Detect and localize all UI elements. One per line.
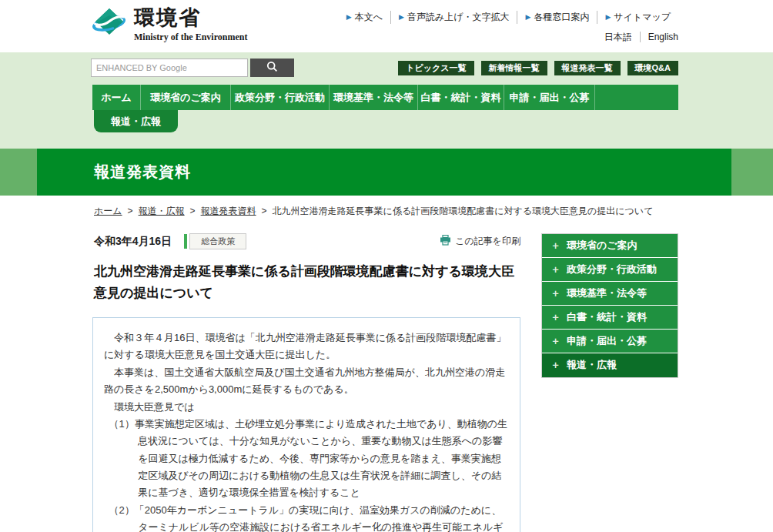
header-band: トピックス一覧 新着情報一覧 報道発表一覧 環境Q&A ホーム 環境省のご案内 …: [0, 52, 773, 149]
plus-icon: ＋: [550, 311, 561, 323]
arrow-right-icon: ▶: [525, 13, 530, 21]
utility-link-main-content[interactable]: ▶本文へ: [339, 11, 390, 24]
nav-tab-press-pr[interactable]: 報道・広報: [94, 110, 178, 132]
breadcrumb-link-home[interactable]: ホーム: [94, 206, 122, 216]
breadcrumb: ホーム>報道・広報>報道発表資料>北九州空港滑走路延長事業に係る計画段階環境配慮…: [0, 196, 773, 218]
sidebar-menu: ＋環境省のご案内 ＋政策分野・行政活動 ＋環境基準・法令等 ＋白書・統計・資料 …: [541, 233, 678, 532]
sidebar-item-press-pr[interactable]: ＋報道・広報: [542, 353, 678, 377]
nav-item-standards-laws[interactable]: 環境基準・法令等: [330, 85, 418, 110]
page-banner: 報道発表資料: [0, 149, 773, 196]
button-env-qa[interactable]: 環境Q&A: [627, 61, 678, 75]
breadcrumb-separator: >: [128, 206, 133, 216]
breadcrumb-current: 北九州空港滑走路延長事業に係る計画段階環境配慮書に対する環境大臣意見の提出につい…: [273, 206, 654, 216]
main-nav: ホーム 環境省のご案内 政策分野・行政活動 環境基準・法令等 白書・統計・資料 …: [92, 85, 678, 110]
moe-logo-icon: [92, 6, 128, 42]
button-topics-list[interactable]: トピックス一覧: [398, 61, 474, 75]
site-header: 環境省 Ministry of the Environment ▶本文へ ▶音声…: [0, 0, 773, 52]
sidebar-item-applications[interactable]: ＋申請・届出・公募: [542, 330, 678, 353]
plus-icon: ＋: [550, 239, 561, 251]
body-list-item-1: （1）事業実施想定区域は、土砂埋立処分事業により造成された土地であり、動植物の生…: [104, 416, 509, 502]
button-press-release-list[interactable]: 報道発表一覧: [554, 61, 621, 75]
body-paragraph: 令和３年４月16日、環境省は「北九州空港滑走路延長事業に係る計画段階環境配慮書」…: [104, 330, 509, 364]
nav-item-whitepaper-stats[interactable]: 白書・統計・資料: [418, 85, 504, 110]
article: 令和3年4月16日 総合政策 この記事を印刷 北九州空港滑走路: [92, 233, 520, 532]
article-title: 北九州空港滑走路延長事業に係る計画段階環境配慮書に対する環境大臣意見の提出につい…: [92, 261, 520, 303]
plus-icon: ＋: [550, 335, 561, 346]
logo-title: 環境省: [134, 5, 247, 31]
sidebar-item-standards-laws[interactable]: ＋環境基準・法令等: [542, 282, 678, 306]
sidebar-item-about[interactable]: ＋環境省のご案内: [542, 234, 678, 258]
logo-subtitle: Ministry of the Environment: [134, 32, 247, 43]
site-logo[interactable]: 環境省 Ministry of the Environment: [92, 5, 247, 44]
page-title: 報道発表資料: [37, 149, 731, 196]
badge-accent-bar: [184, 234, 187, 249]
breadcrumb-separator: >: [190, 206, 196, 216]
sidebar-item-policy[interactable]: ＋政策分野・行政活動: [542, 258, 678, 282]
search-button[interactable]: [250, 59, 294, 77]
arrow-right-icon: ▶: [346, 13, 352, 21]
nav-filler: [595, 85, 678, 110]
arrow-right-icon: ▶: [399, 13, 404, 21]
nav-item-home[interactable]: ホーム: [92, 85, 141, 110]
language-link-english[interactable]: English: [641, 32, 678, 42]
body-paragraph: 環境大臣意見では: [104, 399, 509, 416]
print-article-link[interactable]: この記事を印刷: [440, 235, 520, 248]
category-label: 総合政策: [189, 233, 246, 249]
utility-nav: ▶本文へ ▶音声読み上げ・文字拡大 ▶各種窓口案内 ▶サイトマップ: [339, 11, 678, 24]
arrow-right-icon: ▶: [605, 13, 611, 21]
nav-item-about[interactable]: 環境省のご案内: [141, 85, 231, 110]
breadcrumb-link-press-release[interactable]: 報道発表資料: [201, 206, 256, 216]
body-list-item-2: （2）「2050年カーボンニュートラル」の実現に向け、温室効果ガスの削減のために…: [104, 502, 509, 532]
utility-link-accessibility[interactable]: ▶音声読み上げ・文字拡大: [390, 11, 517, 24]
print-label: この記事を印刷: [455, 235, 520, 248]
language-switcher: 日本語English: [339, 31, 678, 44]
article-date: 令和3年4月16日: [94, 235, 172, 249]
nav-item-policy[interactable]: 政策分野・行政活動: [231, 85, 330, 110]
button-new-info-list[interactable]: 新着情報一覧: [481, 61, 547, 75]
banner-left-accent: [0, 149, 37, 196]
article-body: 令和３年４月16日、環境省は「北九州空港滑走路延長事業に係る計画段階環境配慮書」…: [92, 317, 520, 532]
breadcrumb-separator: >: [262, 206, 267, 216]
nav-item-applications[interactable]: 申請・届出・公募: [504, 85, 595, 110]
language-link-japanese[interactable]: 日本語: [604, 32, 641, 42]
banner-right-accent: [731, 149, 773, 196]
plus-icon: ＋: [550, 359, 561, 370]
category-badge: 総合政策: [184, 233, 246, 249]
printer-icon: [440, 235, 455, 248]
body-paragraph: 本事業は、国土交通省大阪航空局及び国土交通省九州地方整備局が、北九州空港の滑走路…: [104, 364, 509, 399]
quick-links: トピックス一覧 新着情報一覧 報道発表一覧 環境Q&A: [391, 61, 678, 75]
utility-link-contact[interactable]: ▶各種窓口案内: [517, 11, 597, 24]
breadcrumb-link-press-pr[interactable]: 報道・広報: [139, 206, 185, 216]
plus-icon: ＋: [550, 287, 561, 299]
plus-icon: ＋: [550, 263, 561, 275]
utility-link-sitemap[interactable]: ▶サイトマップ: [597, 11, 678, 24]
search-icon: [266, 61, 278, 75]
search-input[interactable]: [91, 59, 248, 77]
sidebar-item-whitepaper-stats[interactable]: ＋白書・統計・資料: [542, 306, 678, 330]
